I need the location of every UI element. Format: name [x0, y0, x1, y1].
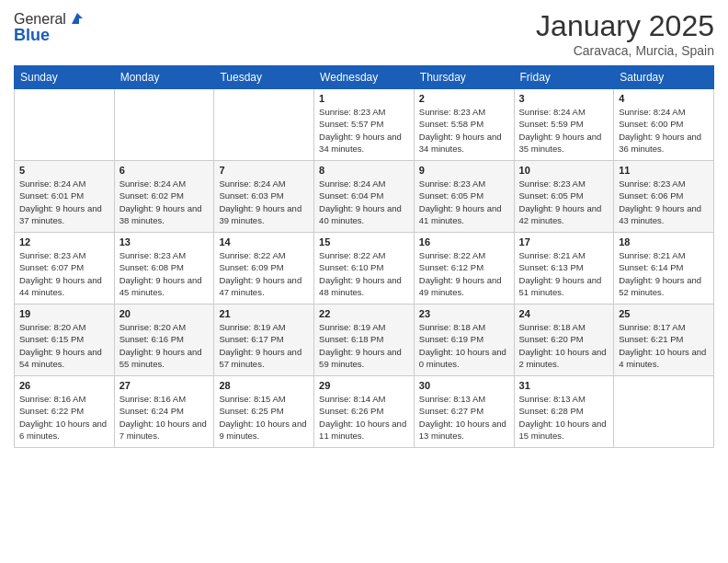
- day-number: 30: [419, 380, 509, 391]
- day-number: 6: [119, 165, 210, 176]
- table-row: 14Sunrise: 8:22 AMSunset: 6:09 PMDayligh…: [214, 233, 314, 304]
- table-row: 13Sunrise: 8:23 AMSunset: 6:08 PMDayligh…: [114, 233, 214, 304]
- table-row: 19Sunrise: 8:20 AMSunset: 6:15 PMDayligh…: [15, 304, 115, 376]
- table-row: 18Sunrise: 8:21 AMSunset: 6:14 PMDayligh…: [614, 233, 714, 304]
- table-row: 16Sunrise: 8:22 AMSunset: 6:12 PMDayligh…: [414, 233, 514, 304]
- day-number: 12: [19, 236, 109, 247]
- day-number: 26: [19, 380, 109, 391]
- day-number: 31: [519, 380, 609, 391]
- day-info: Sunrise: 8:21 AMSunset: 6:13 PMDaylight:…: [519, 249, 609, 298]
- day-info: Sunrise: 8:23 AMSunset: 6:06 PMDaylight:…: [619, 178, 709, 226]
- table-row: 3Sunrise: 8:24 AMSunset: 5:59 PMDaylight…: [514, 89, 614, 161]
- day-info: Sunrise: 8:23 AMSunset: 6:05 PMDaylight:…: [519, 178, 609, 226]
- table-row: 30Sunrise: 8:13 AMSunset: 6:27 PMDayligh…: [414, 376, 514, 448]
- day-info: Sunrise: 8:20 AMSunset: 6:15 PMDaylight:…: [19, 321, 109, 370]
- calendar-week-row: 19Sunrise: 8:20 AMSunset: 6:15 PMDayligh…: [15, 304, 714, 376]
- table-row: 9Sunrise: 8:23 AMSunset: 6:05 PMDaylight…: [414, 161, 514, 233]
- month-title: January 2025: [536, 9, 714, 43]
- table-row: 27Sunrise: 8:16 AMSunset: 6:24 PMDayligh…: [114, 376, 214, 448]
- day-info: Sunrise: 8:24 AMSunset: 6:00 PMDaylight:…: [619, 106, 709, 155]
- day-number: 8: [319, 165, 409, 176]
- table-row: 22Sunrise: 8:19 AMSunset: 6:18 PMDayligh…: [314, 304, 415, 376]
- table-row: 4Sunrise: 8:24 AMSunset: 6:00 PMDaylight…: [614, 89, 714, 161]
- calendar-week-row: 26Sunrise: 8:16 AMSunset: 6:22 PMDayligh…: [15, 376, 714, 448]
- calendar-table: Sunday Monday Tuesday Wednesday Thursday…: [14, 65, 714, 448]
- table-row: 31Sunrise: 8:13 AMSunset: 6:28 PMDayligh…: [514, 376, 614, 448]
- table-row: 1Sunrise: 8:23 AMSunset: 5:57 PMDaylight…: [314, 89, 415, 161]
- table-row: 12Sunrise: 8:23 AMSunset: 6:07 PMDayligh…: [15, 233, 115, 304]
- day-number: 7: [219, 165, 309, 176]
- table-row: 2Sunrise: 8:23 AMSunset: 5:58 PMDaylight…: [414, 89, 514, 161]
- day-info: Sunrise: 8:21 AMSunset: 6:14 PMDaylight:…: [619, 249, 709, 298]
- day-info: Sunrise: 8:23 AMSunset: 5:57 PMDaylight:…: [319, 106, 409, 155]
- day-number: 2: [419, 93, 509, 104]
- day-number: 20: [119, 308, 210, 319]
- logo-icon: [68, 9, 86, 28]
- col-wednesday: Wednesday: [314, 66, 415, 89]
- day-number: 11: [619, 165, 709, 176]
- day-number: 23: [419, 308, 509, 319]
- day-info: Sunrise: 8:23 AMSunset: 6:08 PMDaylight:…: [119, 249, 210, 298]
- day-number: 27: [119, 380, 210, 391]
- table-row: 23Sunrise: 8:18 AMSunset: 6:19 PMDayligh…: [414, 304, 514, 376]
- day-number: 17: [519, 236, 609, 247]
- logo-blue-text: Blue: [14, 26, 50, 45]
- day-number: 9: [419, 165, 509, 176]
- day-number: 5: [19, 165, 109, 176]
- day-number: 18: [619, 236, 709, 247]
- day-info: Sunrise: 8:22 AMSunset: 6:09 PMDaylight:…: [219, 249, 309, 298]
- table-row: 26Sunrise: 8:16 AMSunset: 6:22 PMDayligh…: [15, 376, 115, 448]
- day-info: Sunrise: 8:18 AMSunset: 6:19 PMDaylight:…: [419, 321, 509, 370]
- calendar-week-row: 12Sunrise: 8:23 AMSunset: 6:07 PMDayligh…: [15, 233, 714, 304]
- day-info: Sunrise: 8:19 AMSunset: 6:17 PMDaylight:…: [219, 321, 309, 370]
- svg-marker-0: [72, 13, 83, 24]
- day-info: Sunrise: 8:24 AMSunset: 6:03 PMDaylight:…: [219, 178, 309, 226]
- day-number: 4: [619, 93, 709, 104]
- day-info: Sunrise: 8:24 AMSunset: 6:04 PMDaylight:…: [319, 178, 409, 226]
- day-number: 21: [219, 308, 309, 319]
- table-row: 15Sunrise: 8:22 AMSunset: 6:10 PMDayligh…: [314, 233, 415, 304]
- table-row: [614, 376, 714, 448]
- table-row: 17Sunrise: 8:21 AMSunset: 6:13 PMDayligh…: [514, 233, 614, 304]
- title-block: January 2025 Caravaca, Murcia, Spain: [536, 9, 714, 58]
- day-info: Sunrise: 8:20 AMSunset: 6:16 PMDaylight:…: [119, 321, 210, 370]
- logo: General Blue: [14, 9, 86, 45]
- day-info: Sunrise: 8:13 AMSunset: 6:27 PMDaylight:…: [419, 393, 509, 442]
- table-row: 24Sunrise: 8:18 AMSunset: 6:20 PMDayligh…: [514, 304, 614, 376]
- day-number: 15: [319, 236, 409, 247]
- table-row: [214, 89, 314, 161]
- table-row: 28Sunrise: 8:15 AMSunset: 6:25 PMDayligh…: [214, 376, 314, 448]
- table-row: 11Sunrise: 8:23 AMSunset: 6:06 PMDayligh…: [614, 161, 714, 233]
- table-row: [15, 89, 115, 161]
- day-number: 22: [319, 308, 409, 319]
- day-info: Sunrise: 8:16 AMSunset: 6:24 PMDaylight:…: [119, 393, 210, 442]
- day-number: 24: [519, 308, 609, 319]
- day-info: Sunrise: 8:14 AMSunset: 6:26 PMDaylight:…: [319, 393, 409, 442]
- day-number: 13: [119, 236, 210, 247]
- table-row: [114, 89, 214, 161]
- calendar-week-row: 1Sunrise: 8:23 AMSunset: 5:57 PMDaylight…: [15, 89, 714, 161]
- day-info: Sunrise: 8:16 AMSunset: 6:22 PMDaylight:…: [19, 393, 109, 442]
- day-info: Sunrise: 8:24 AMSunset: 5:59 PMDaylight:…: [519, 106, 609, 155]
- day-info: Sunrise: 8:23 AMSunset: 5:58 PMDaylight:…: [419, 106, 509, 155]
- table-row: 7Sunrise: 8:24 AMSunset: 6:03 PMDaylight…: [214, 161, 314, 233]
- calendar-header-row: Sunday Monday Tuesday Wednesday Thursday…: [15, 66, 714, 89]
- col-monday: Monday: [114, 66, 214, 89]
- page: General Blue January 2025 Caravaca, Murc…: [0, 0, 728, 563]
- table-row: 21Sunrise: 8:19 AMSunset: 6:17 PMDayligh…: [214, 304, 314, 376]
- table-row: 20Sunrise: 8:20 AMSunset: 6:16 PMDayligh…: [114, 304, 214, 376]
- col-thursday: Thursday: [414, 66, 514, 89]
- table-row: 5Sunrise: 8:24 AMSunset: 6:01 PMDaylight…: [15, 161, 115, 233]
- location: Caravaca, Murcia, Spain: [536, 43, 714, 58]
- table-row: 29Sunrise: 8:14 AMSunset: 6:26 PMDayligh…: [314, 376, 415, 448]
- day-number: 19: [19, 308, 109, 319]
- table-row: 10Sunrise: 8:23 AMSunset: 6:05 PMDayligh…: [514, 161, 614, 233]
- day-info: Sunrise: 8:17 AMSunset: 6:21 PMDaylight:…: [619, 321, 709, 370]
- day-info: Sunrise: 8:19 AMSunset: 6:18 PMDaylight:…: [319, 321, 409, 370]
- day-info: Sunrise: 8:24 AMSunset: 6:02 PMDaylight:…: [119, 178, 210, 226]
- day-number: 16: [419, 236, 509, 247]
- day-number: 10: [519, 165, 609, 176]
- day-number: 29: [319, 380, 409, 391]
- day-info: Sunrise: 8:15 AMSunset: 6:25 PMDaylight:…: [219, 393, 309, 442]
- table-row: 6Sunrise: 8:24 AMSunset: 6:02 PMDaylight…: [114, 161, 214, 233]
